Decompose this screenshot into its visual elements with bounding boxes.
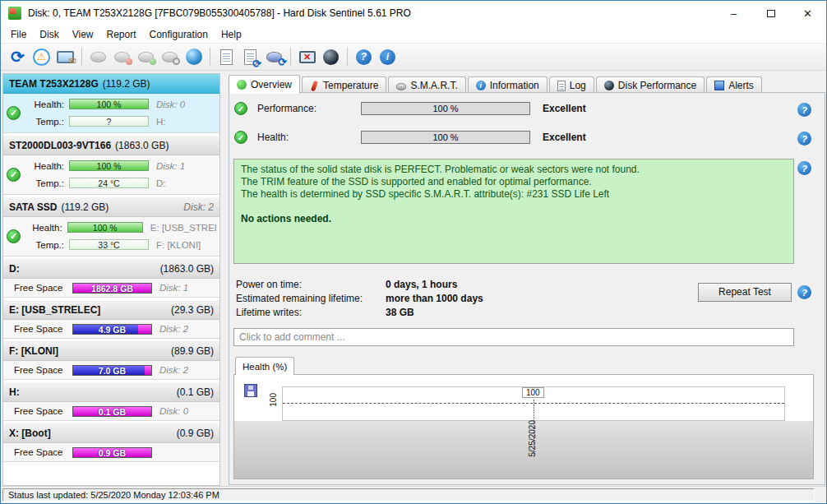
surface-test-button[interactable]: ✕ xyxy=(295,46,319,68)
floppy-disk-icon xyxy=(244,384,257,397)
disk-entry-header[interactable]: SATA SSD (119.2 GB) Disk: 2 xyxy=(3,197,219,217)
www-button[interactable] xyxy=(182,46,206,68)
health-label: Health: xyxy=(257,132,361,143)
health-rating: Excellent xyxy=(543,132,586,143)
refresh-button[interactable]: ⟳ xyxy=(6,46,30,68)
performance-help-icon[interactable]: ? xyxy=(797,103,811,117)
report-button[interactable] xyxy=(215,46,238,68)
health-label: Health: xyxy=(25,223,67,233)
chart-tab-health[interactable]: Health (%) xyxy=(235,357,294,375)
tab-smart[interactable]: S.M.A.R.T. xyxy=(388,76,465,94)
disk-entry-sata-ssd[interactable]: SATA SSD (119.2 GB) Disk: 2 ✓ Health: 10… xyxy=(3,197,219,257)
disk-number: Disk: 0 xyxy=(159,406,188,416)
disk-performance-button[interactable] xyxy=(319,46,343,68)
disk-entry-team[interactable]: TEAM T253X2128G (119.2 GB) ✓ Health: 100… xyxy=(3,74,219,133)
disk-number: Disk: 1 xyxy=(156,161,185,171)
temp-label: Temp.: xyxy=(25,178,69,188)
partition-entry-h[interactable]: H: (0.1 GB) Free Space 0.1 GB Disk: 0 xyxy=(3,382,219,421)
status-text-box: The status of the solid state disk is PE… xyxy=(233,159,794,264)
toolbar-separator xyxy=(290,48,291,66)
power-on-time-value: 0 days, 1 hours xyxy=(386,279,457,292)
tab-log[interactable]: Log xyxy=(549,76,594,94)
tab-information[interactable]: iInformation xyxy=(468,76,547,94)
performance-label: Performance: xyxy=(257,103,361,114)
report-refresh-button[interactable]: ⟳ xyxy=(238,46,262,68)
partition-entry-x[interactable]: X: [Boot] (0.9 GB) Free Space 0.9 GB xyxy=(3,423,219,462)
partition-entry-f[interactable]: F: [KLONI] (89.9 GB) Free Space 7.0 GB D… xyxy=(3,341,219,380)
performance-disk-icon xyxy=(323,49,339,65)
drive-letter: D: xyxy=(156,178,166,188)
disk-entry-st2000[interactable]: ST2000DL003-9VT166 (1863.0 GB) ✓ Health:… xyxy=(3,136,219,195)
free-space-bar: 4.9 GB xyxy=(72,324,152,335)
health-help-icon[interactable]: ? xyxy=(797,132,811,146)
status-line: The health is determined by SSD specific… xyxy=(241,188,787,201)
toolbar: ⟳ ⚠ ✉ ⟳ ⟳ ✕ ? i xyxy=(1,44,826,71)
disk-entry-header[interactable]: ST2000DL003-9VT166 (1863.0 GB) xyxy=(3,136,219,155)
repeat-test-help-icon[interactable]: ? xyxy=(797,285,811,299)
partition-size: (0.9 GB) xyxy=(177,428,214,439)
info-button[interactable]: i xyxy=(376,46,400,68)
menu-report[interactable]: Report xyxy=(99,26,142,43)
overview-panel: ✓ Performance: 100 % Excellent ? ✓ Healt… xyxy=(229,92,825,485)
partition-header[interactable]: F: [KLONI] (89.9 GB) xyxy=(3,341,219,361)
help-button[interactable]: ? xyxy=(352,46,376,68)
menu-view[interactable]: View xyxy=(66,26,100,43)
problems-button[interactable]: ⚠ xyxy=(30,46,53,68)
document-refresh-icon: ⟳ xyxy=(244,49,256,65)
comment-input[interactable] xyxy=(233,328,794,346)
temp-label: Temp.: xyxy=(25,240,69,250)
free-space-bar: 7.0 GB xyxy=(72,365,152,376)
partition-header[interactable]: H: (0.1 GB) xyxy=(3,382,219,402)
disk-icon xyxy=(90,52,106,62)
close-button[interactable]: ✕ xyxy=(789,1,826,25)
health-bar: 100 % xyxy=(69,99,149,109)
disk-tool-2-button[interactable] xyxy=(110,46,134,68)
refresh-icon: ⟳ xyxy=(11,49,25,65)
toolbar-separator xyxy=(210,48,210,66)
drive-letter: E: [USB_STREL xyxy=(150,223,216,233)
disk-entry-header[interactable]: TEAM T253X2128G (119.2 GB) xyxy=(3,74,219,94)
info-icon: i xyxy=(380,49,395,65)
partition-entry-e[interactable]: E: [USB_STRELEC] (29.3 GB) Free Space 4.… xyxy=(3,300,219,339)
disk-search-button[interactable] xyxy=(158,46,182,68)
send-message-button[interactable]: ✉ xyxy=(53,46,77,68)
repeat-test-button[interactable]: Repeat Test xyxy=(698,283,792,302)
lifetime-writes-value: 38 GB xyxy=(386,307,414,320)
partition-size: (0.1 GB) xyxy=(177,386,214,398)
partition-name: E: [USB_STRELEC] xyxy=(9,304,100,316)
health-bar: 100 % xyxy=(67,222,143,233)
performance-gauge-icon xyxy=(604,81,614,90)
disk-size: (119.2 GB) xyxy=(103,78,150,90)
menu-file[interactable]: File xyxy=(4,26,33,43)
disk-ok-icon: ✓ xyxy=(7,106,21,120)
disk-tool-3-button[interactable] xyxy=(134,46,158,68)
save-chart-button[interactable] xyxy=(241,381,261,400)
menu-bar: File Disk View Report Configuration Help xyxy=(1,25,826,44)
free-space-bar: 0.9 GB xyxy=(72,447,152,458)
smart-disk-icon xyxy=(396,83,406,90)
disk-number: Disk: 0 xyxy=(156,99,185,109)
menu-disk[interactable]: Disk xyxy=(33,26,65,43)
partition-header[interactable]: E: [USB_STRELEC] (29.3 GB) xyxy=(3,300,219,320)
menu-help[interactable]: Help xyxy=(215,26,248,43)
menu-configuration[interactable]: Configuration xyxy=(143,26,215,43)
status-help-icon[interactable]: ? xyxy=(797,161,811,175)
tab-alerts[interactable]: Alerts xyxy=(706,76,762,94)
partition-entry-d[interactable]: D: (1863.0 GB) Free Space 1862.8 GB Disk… xyxy=(3,259,219,298)
minimize-button[interactable]: – xyxy=(715,1,752,25)
disk-sync-button[interactable]: ⟳ xyxy=(262,46,286,68)
tab-temperature[interactable]: Temperature xyxy=(302,76,386,94)
maximize-button[interactable] xyxy=(752,1,789,25)
title-bar: Disk: 0, TEAM T253X2128G [7FBC079B055300… xyxy=(1,1,826,25)
globe-icon xyxy=(186,49,202,65)
chart-y-tick: 100 xyxy=(269,393,278,407)
performance-value: 100 % xyxy=(362,103,529,114)
disk-tool-1-button[interactable] xyxy=(86,46,110,68)
partition-header[interactable]: X: [Boot] (0.9 GB) xyxy=(3,423,219,443)
disk-number: Disk: 2 xyxy=(159,365,188,375)
free-space-label: Free Space xyxy=(3,447,72,457)
tab-overview[interactable]: Overview xyxy=(229,75,300,94)
log-document-icon xyxy=(557,81,566,91)
partition-header[interactable]: D: (1863.0 GB) xyxy=(3,259,219,279)
tab-disk-performance[interactable]: Disk Performance xyxy=(596,76,705,94)
